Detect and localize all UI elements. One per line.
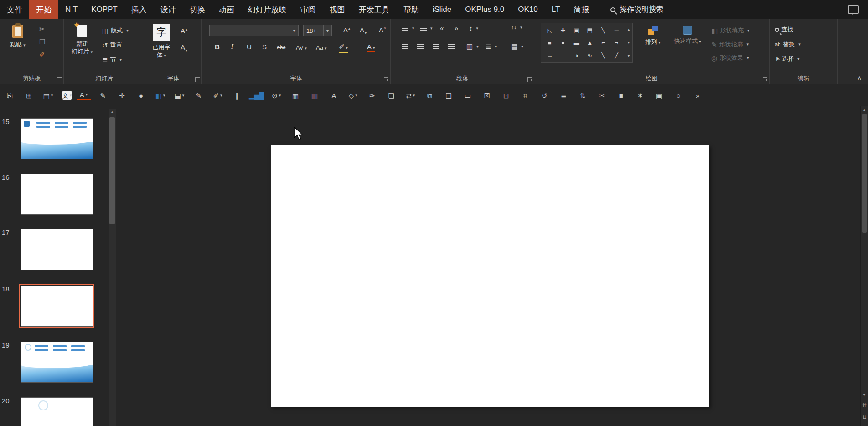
columns-icon[interactable]: ▥ [308, 92, 322, 99]
slide-thumbnail-20[interactable] [21, 397, 93, 426]
list-level-button[interactable]: ≣ [486, 43, 497, 50]
paste-button[interactable]: 粘贴 [5, 25, 30, 49]
align-left-button[interactable] [402, 44, 408, 49]
shape-text-box-icon[interactable]: ▣ [574, 27, 579, 34]
wordart-icon[interactable]: A [327, 92, 341, 99]
curve-icon[interactable]: ∿ [587, 52, 592, 59]
panel-scroll-up-icon[interactable]: ▲ [108, 110, 116, 114]
quick-grow-font-button[interactable]: A [181, 27, 187, 34]
used-fonts-dialog-launcher[interactable] [195, 77, 200, 82]
text-style-icon[interactable]: ▤ [41, 92, 55, 99]
line-spacing-button[interactable]: ↕ [469, 25, 478, 31]
bar-chart-icon[interactable]: ▂▅█ [249, 92, 264, 99]
font-name-dropdown-icon[interactable]: ▾ [290, 25, 298, 36]
rotate-objects-icon[interactable]: ↺ [537, 92, 552, 99]
change-case-button[interactable]: Aa [316, 44, 326, 51]
align-objects-icon[interactable]: ⌗ [518, 92, 532, 99]
collapse-ribbon-button[interactable]: ∧ [857, 74, 862, 81]
shape-rect-icon[interactable]: ■ [548, 39, 552, 46]
arrow-down-icon[interactable]: ↓ [562, 52, 565, 59]
shapes-more-icon[interactable]: ▼ [625, 49, 632, 62]
flip-icon[interactable]: ⇄ [403, 92, 418, 99]
font-size-combobox[interactable]: 18+ ▾ [303, 25, 332, 36]
distribute-objects-icon[interactable]: ≣ [557, 92, 571, 99]
outline-pen-icon[interactable]: ✐ [211, 92, 225, 99]
brush-icon[interactable]: ✑ [365, 92, 379, 99]
send-backward-icon[interactable]: ❑ [442, 92, 456, 99]
format-painter-button[interactable]: ✐ [39, 51, 45, 58]
fill-square-icon[interactable]: ■ [614, 92, 628, 99]
columns-button[interactable]: ▥ [466, 43, 479, 50]
align-text-button[interactable]: ▤ [511, 43, 523, 50]
layers-icon[interactable]: ❏ [384, 92, 398, 99]
menu-animations[interactable]: 动画 [212, 0, 241, 19]
previous-slide-button[interactable]: ⇈ [861, 402, 868, 409]
section-button[interactable]: ≣节 [102, 56, 122, 64]
shape-fill-button[interactable]: ◧形状填充 [711, 26, 749, 35]
table-icon[interactable]: ▦ [289, 92, 303, 99]
paragraph-dialog-launcher[interactable] [527, 77, 532, 82]
replace-button[interactable]: ab替换 [775, 40, 801, 48]
arrange-button[interactable]: 排列 [640, 26, 666, 46]
italic-button[interactable]: I [231, 43, 233, 51]
font-color-button[interactable]: A [367, 43, 375, 52]
decrease-font-size-button[interactable]: A [360, 26, 367, 35]
cjk-font-icon[interactable]: 文 [62, 91, 72, 100]
slide-thumbnail-17[interactable] [21, 229, 93, 270]
scribble-icon[interactable]: ╱ [615, 52, 618, 59]
pen-icon[interactable]: ✎ [191, 92, 206, 99]
scroll-up-icon[interactable]: ▲ [861, 108, 868, 112]
next-slide-button[interactable]: ⇊ [861, 414, 868, 421]
menu-okplus[interactable]: OKPlus 9.0 [458, 0, 511, 19]
quick-shrink-font-button[interactable]: A [181, 44, 187, 52]
decrease-indent-button[interactable]: « [440, 25, 444, 31]
character-spacing-button[interactable]: AV [296, 44, 307, 51]
shape-frame-icon[interactable]: ▤ [587, 27, 593, 34]
justify-button[interactable] [448, 44, 455, 49]
menu-insert[interactable]: 插入 [124, 0, 154, 19]
shapes-scroll-up-icon[interactable]: ▴ [625, 23, 632, 36]
shape-right-triangle-icon[interactable]: ◺ [548, 27, 552, 34]
bring-forward-icon[interactable]: ⧉ [423, 92, 437, 99]
menu-lt[interactable]: LT [545, 0, 567, 19]
bullets-button[interactable] [402, 26, 414, 31]
layout-grid-icon[interactable]: ⊞ [22, 92, 36, 99]
increase-indent-button[interactable]: » [455, 25, 458, 31]
used-fonts-button[interactable]: 字 已用字体 [150, 24, 173, 59]
crosshair-icon[interactable]: ✛ [115, 92, 129, 99]
font-dialog-launcher[interactable] [384, 77, 388, 82]
menu-review[interactable]: 审阅 [294, 0, 323, 19]
two-color-fill-icon[interactable]: ◧ [153, 92, 167, 99]
text-box-icon[interactable]: ▭ [461, 92, 475, 99]
menu-developer[interactable]: 开发工具 [352, 0, 397, 19]
slide-thumbnail-15[interactable] [21, 118, 93, 159]
menu-ok10[interactable]: OK10 [511, 0, 544, 19]
ink-dropper-icon[interactable]: ❙ [230, 92, 244, 99]
line-icon[interactable]: ╲ [601, 27, 605, 34]
font-name-combobox[interactable]: ▾ [209, 25, 299, 36]
black-circle-icon[interactable]: ● [134, 92, 148, 99]
shape-chord-icon[interactable]: ◑ [574, 52, 578, 59]
elbow-arrow-icon[interactable]: ¬ [615, 39, 619, 46]
menu-nt[interactable]: N T [58, 0, 84, 19]
delete-placeholder-icon[interactable]: ☒ [480, 92, 494, 99]
menu-transitions[interactable]: 切换 [183, 0, 212, 19]
cut-button[interactable]: ✂ [39, 26, 45, 32]
picture-icon[interactable]: ▣ [652, 92, 666, 99]
menu-koppt[interactable]: KOPPT [84, 0, 124, 19]
scrollbar-thumb[interactable] [862, 114, 867, 233]
menu-slideshow[interactable]: 幻灯片放映 [241, 0, 294, 19]
circle-outline-icon[interactable]: ○ [672, 92, 686, 99]
shape-oval-icon[interactable]: ● [561, 39, 565, 46]
paste-small-icon[interactable]: ⎘ [3, 92, 17, 99]
layout-button[interactable]: ◫版式 [102, 26, 129, 35]
clipboard-dialog-launcher[interactable] [57, 77, 62, 82]
more-tools-icon[interactable]: » [691, 92, 705, 99]
numbering-button[interactable] [420, 26, 433, 31]
slide-thumbnail-19[interactable] [21, 342, 93, 383]
shape-outline-button[interactable]: ✎形状轮廓 [711, 40, 749, 48]
font-color-icon[interactable]: A [77, 91, 91, 100]
no-fill-icon[interactable]: ⊘ [269, 92, 284, 99]
align-right-button[interactable] [433, 44, 439, 49]
shapes-icon[interactable]: ◇ [346, 92, 360, 99]
